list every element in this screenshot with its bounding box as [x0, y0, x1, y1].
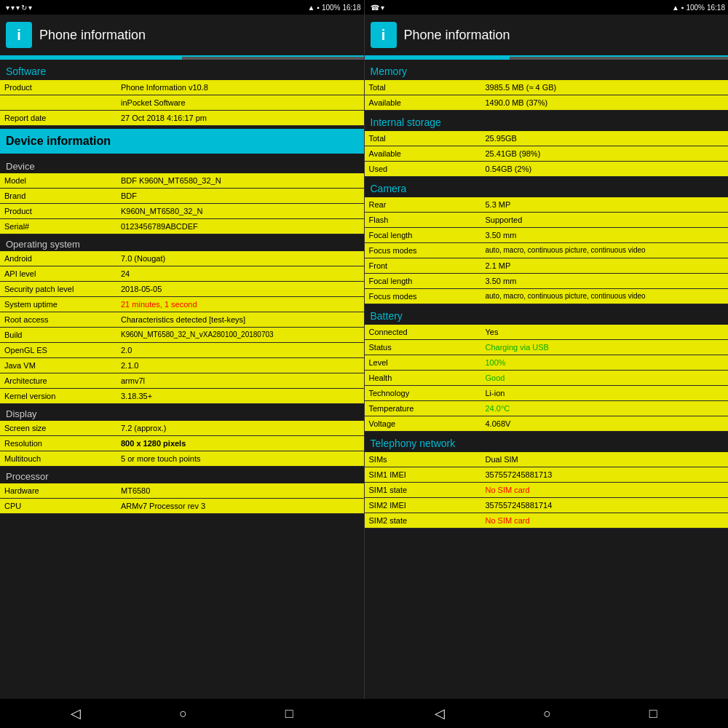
- telephony-section-header: Telephony network: [365, 432, 729, 452]
- right-app-title: Phone information: [404, 28, 510, 43]
- right-notification-icons: ☎ ▾: [368, 4, 672, 12]
- software-inpocket-val: inPocket Software: [116, 95, 364, 110]
- battery-pct-right: 100%: [686, 4, 705, 12]
- bat-voltage-val: 4.068V: [481, 416, 729, 431]
- device-brand-key: Brand: [0, 189, 116, 203]
- cam-front-key: Front: [365, 258, 481, 273]
- tel-sim2imei-val: 357557245881714: [481, 498, 729, 513]
- device-subsection: Device: [0, 157, 364, 173]
- left-app-icon: i: [6, 22, 32, 48]
- left-tab-bar: [0, 57, 364, 60]
- back-button-right[interactable]: ◁: [435, 705, 445, 721]
- device-model-val: BDF K960N_MT6580_32_N: [116, 173, 364, 188]
- os-root-row: Root access Characteristics detected [te…: [0, 312, 364, 328]
- software-date-row: Report date 27 Oct 2018 4:16:17 pm: [0, 111, 364, 126]
- cam-front-focal-key: Focal length: [365, 274, 481, 288]
- os-kernel-key: Kernel version: [0, 389, 116, 403]
- sync-icon: ↻: [21, 4, 27, 12]
- software-inpocket-key: [0, 95, 116, 110]
- cam-rear-row: Rear 5.3 MP: [365, 197, 729, 213]
- left-panel: i Phone information Software Product Pho…: [0, 15, 365, 699]
- os-patch-val: 2018-05-05: [116, 282, 364, 296]
- proc-cpu-val: ARMv7 Processor rev 3: [116, 499, 364, 513]
- mem-total-row: Total 3985.5 MB (≈ 4 GB): [365, 80, 729, 95]
- os-uptime-row: System uptime 21 minutes, 1 second: [0, 297, 364, 312]
- os-arch-key: Architecture: [0, 373, 116, 388]
- device-product-row: Product K960N_MT6580_32_N: [0, 204, 364, 219]
- bat-health-key: Health: [365, 371, 481, 385]
- tel-sim2state-val: No SIM card: [481, 513, 729, 528]
- mem-total-key: Total: [365, 80, 481, 95]
- os-opengl-row: OpenGL ES 2.0: [0, 343, 364, 358]
- proc-cpu-key: CPU: [0, 499, 116, 513]
- recent-button-right[interactable]: □: [649, 706, 657, 721]
- storage-section-header: Internal storage: [365, 111, 729, 131]
- right-tab-2[interactable]: [510, 57, 728, 60]
- bat-connected-val: Yes: [481, 325, 729, 339]
- stor-avail-key: Available: [365, 146, 481, 161]
- os-opengl-val: 2.0: [116, 343, 364, 357]
- time-left: 16:18: [342, 4, 360, 12]
- left-tab-1[interactable]: [0, 57, 182, 60]
- cam-front-focus-row: Focus modes auto, macro, continuous pict…: [365, 289, 729, 304]
- os-kernel-row: Kernel version 3.18.35+: [0, 389, 364, 404]
- os-subsection: Operating system: [0, 234, 364, 251]
- phone-icon: ☎: [371, 4, 379, 12]
- os-opengl-key: OpenGL ES: [0, 343, 116, 357]
- display-size-key: Screen size: [0, 421, 116, 435]
- bat-temp-row: Temperature 24.0°C: [365, 401, 729, 416]
- bat-tech-row: Technology Li-ion: [365, 386, 729, 401]
- right-bottom-nav: ◁ ○ □: [364, 699, 728, 728]
- cam-flash-key: Flash: [365, 213, 481, 227]
- device-product-key: Product: [0, 204, 116, 218]
- right-app-header: i Phone information: [365, 15, 729, 57]
- proc-hw-val: MT6580: [116, 483, 364, 498]
- display-res-key: Resolution: [0, 436, 116, 451]
- os-android-val: 7.0 (Nougat): [116, 251, 364, 266]
- mem-avail-key: Available: [365, 95, 481, 110]
- os-arch-val: armv7l: [116, 373, 364, 388]
- home-button-left[interactable]: ○: [179, 706, 187, 721]
- os-build-key: Build: [0, 328, 116, 342]
- cam-flash-val: Supported: [481, 213, 729, 227]
- bat-health-val: Good: [481, 371, 729, 385]
- display-touch-val: 5 or more touch points: [116, 451, 364, 466]
- vol-icon: ▾: [28, 4, 32, 12]
- processor-subsection: Processor: [0, 467, 364, 483]
- os-arch-row: Architecture armv7l: [0, 373, 364, 389]
- status-bar-left: ▾ ▾ ▾ ↻ ▾ ▲ ▪ 100% 16:18: [0, 0, 364, 15]
- bat-tech-key: Technology: [365, 386, 481, 400]
- device-brand-val: BDF: [116, 189, 364, 203]
- memory-section-header: Memory: [365, 60, 729, 80]
- recent-button-left[interactable]: □: [285, 706, 293, 721]
- home-button-right[interactable]: ○: [543, 706, 551, 721]
- cam-focal-row: Focal length 3.50 mm: [365, 228, 729, 243]
- left-app-title: Phone information: [39, 28, 146, 43]
- tel-sims-key: SIMs: [365, 452, 481, 467]
- bat-connected-row: Connected Yes: [365, 325, 729, 340]
- stor-used-row: Used 0.54GB (2%): [365, 162, 729, 177]
- device-model-row: Model BDF K960N_MT6580_32_N: [0, 173, 364, 189]
- stor-total-row: Total 25.95GB: [365, 131, 729, 146]
- left-tab-2[interactable]: [182, 57, 364, 60]
- battery-section-header: Battery: [365, 304, 729, 325]
- tel-sim2imei-key: SIM2 IMEI: [365, 498, 481, 513]
- device-model-key: Model: [0, 173, 116, 188]
- software-product-val: Phone Information v10.8: [116, 80, 364, 95]
- cam-focus-val: auto, macro, continuous picture, continu…: [481, 243, 729, 258]
- cam-flash-row: Flash Supported: [365, 213, 729, 228]
- back-button-left[interactable]: ◁: [71, 705, 81, 721]
- tel-sim2state-key: SIM2 state: [365, 513, 481, 528]
- right-app-icon: i: [371, 22, 397, 48]
- cam-rear-key: Rear: [365, 197, 481, 212]
- proc-cpu-row: CPU ARMv7 Processor rev 3: [0, 499, 364, 514]
- cam-front-focus-val: auto, macro, continuous picture, continu…: [481, 289, 729, 304]
- software-product-row: Product Phone Information v10.8: [0, 80, 364, 95]
- right-tab-1[interactable]: [365, 57, 510, 60]
- tel-sim1imei-val: 357557245881713: [481, 467, 729, 482]
- os-api-row: API level 24: [0, 266, 364, 282]
- stor-avail-row: Available 25.41GB (98%): [365, 146, 729, 162]
- tel-sim1state-row: SIM1 state No SIM card: [365, 483, 729, 498]
- cam-rear-val: 5.3 MP: [481, 197, 729, 212]
- battery-icon-right: ▪: [681, 4, 684, 12]
